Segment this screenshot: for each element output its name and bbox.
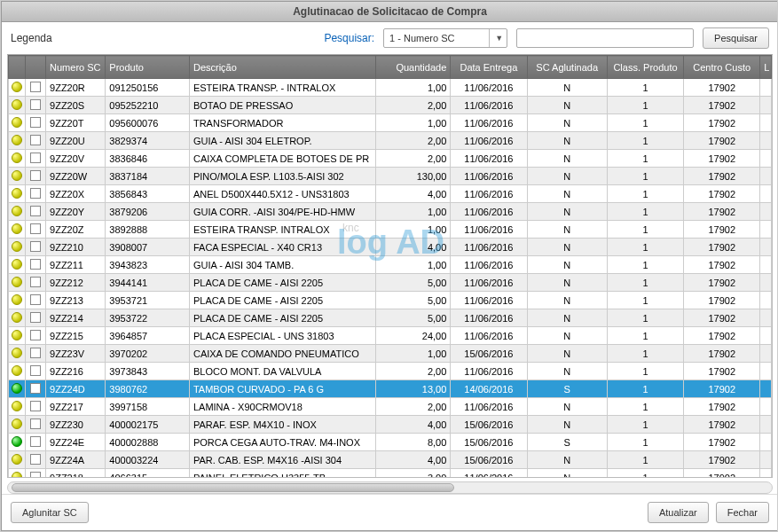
cell[interactable] — [25, 363, 45, 380]
row-checkbox[interactable] — [30, 259, 41, 270]
cell: 9ZZ214 — [46, 309, 106, 327]
status-dot-icon — [12, 259, 22, 270]
cell[interactable] — [25, 345, 45, 363]
row-checkbox[interactable] — [30, 348, 41, 358]
cell[interactable] — [25, 256, 45, 274]
table-row[interactable]: 9ZZ2113943823GUIA - AISI 304 TAMB.1,0011… — [9, 256, 772, 274]
row-checkbox[interactable] — [30, 117, 41, 128]
column-header[interactable]: Centro Custo — [684, 56, 760, 79]
table-row[interactable]: 9ZZ20X3856843ANEL D500X440.5X12 - UNS318… — [9, 185, 772, 203]
table-row[interactable]: 9ZZ2143953722PLACA DE CAME - AISI 22055,… — [9, 309, 772, 327]
cell[interactable] — [25, 398, 45, 416]
row-checkbox[interactable] — [30, 330, 41, 340]
table-row[interactable]: 9ZZ2163973843BLOCO MONT. DA VALVULA2,001… — [9, 363, 772, 380]
column-header[interactable]: Quantidade — [376, 56, 451, 79]
table-row[interactable]: 9ZZ24D3980762TAMBOR CURVADO - PA 6 G13,0… — [9, 380, 772, 398]
table-row[interactable]: 9ZZ2133953721PLACA DE CAME - AISI 22055,… — [9, 292, 772, 309]
horizontal-scrollbar[interactable] — [7, 481, 773, 494]
table-row[interactable]: 9ZZ230400002175PARAF. ESP. M4X10 - INOX4… — [9, 416, 772, 434]
table-row[interactable]: 9ZZ2184066315PAINEL ELETRICO H3355-TB3,0… — [9, 469, 772, 479]
cell[interactable] — [25, 132, 45, 150]
fechar-button[interactable]: Fechar — [716, 502, 769, 523]
row-checkbox[interactable] — [30, 472, 41, 479]
table-row[interactable]: 9ZZ2173997158LAMINA - X90CRMOV182,0011/0… — [9, 398, 772, 416]
cell[interactable] — [25, 292, 45, 309]
row-checkbox[interactable] — [30, 454, 41, 465]
table-row[interactable]: 9ZZ20S095252210BOTAO DE PRESSAO2,0011/06… — [9, 97, 772, 114]
table-row[interactable]: 9ZZ20W3837184PINO/MOLA ESP. L103.5-AISI … — [9, 168, 772, 185]
row-checkbox[interactable] — [30, 223, 41, 234]
cell — [760, 363, 772, 380]
cell: N — [527, 132, 607, 150]
row-checkbox[interactable] — [30, 294, 41, 305]
table-row[interactable]: 9ZZ20T095600076TRANSFORMADOR1,0011/06/20… — [9, 114, 772, 132]
cell[interactable] — [25, 309, 45, 327]
column-header[interactable] — [9, 56, 26, 79]
row-checkbox[interactable] — [30, 419, 41, 429]
cell[interactable] — [25, 327, 45, 345]
row-checkbox[interactable] — [30, 170, 41, 181]
row-checkbox[interactable] — [30, 99, 41, 110]
cell[interactable] — [25, 434, 45, 451]
cell: BLOCO MONT. DA VALVULA — [189, 363, 375, 380]
cell[interactable] — [25, 239, 45, 256]
cell[interactable] — [25, 451, 45, 469]
cell[interactable] — [25, 380, 45, 398]
column-header[interactable]: Numero SC — [46, 56, 106, 79]
row-checkbox[interactable] — [30, 135, 41, 145]
cell: N — [527, 416, 607, 434]
row-checkbox[interactable] — [30, 436, 41, 447]
column-header[interactable]: Class. Produto — [607, 56, 683, 79]
table-row[interactable]: 9ZZ2123944141PLACA DE CAME - AISI 22055,… — [9, 274, 772, 292]
cell[interactable] — [25, 114, 45, 132]
cell[interactable] — [25, 79, 45, 97]
table-row[interactable]: 9ZZ2153964857PLACA ESPECIAL - UNS 318032… — [9, 327, 772, 345]
table-row[interactable]: 9ZZ20U3829374GUIA - AISI 304 ELETROP.2,0… — [9, 132, 772, 150]
cell[interactable] — [25, 274, 45, 292]
table-row[interactable]: 9ZZ20V3836846CAIXA COMPLETA DE BOTOES DE… — [9, 150, 772, 168]
column-header[interactable]: SC Aglutinada — [527, 56, 607, 79]
cell: 1,00 — [376, 345, 451, 363]
cell: 3953721 — [106, 292, 190, 309]
column-header[interactable]: Descrição — [189, 56, 375, 79]
row-checkbox[interactable] — [30, 401, 41, 411]
cell[interactable] — [25, 97, 45, 114]
column-header[interactable]: Data Entrega — [451, 56, 527, 79]
cell[interactable] — [25, 469, 45, 479]
row-checkbox[interactable] — [30, 365, 41, 376]
column-header[interactable]: Produto — [106, 56, 190, 79]
cell: 4,00 — [376, 416, 451, 434]
table-scroll[interactable]: Numero SCProdutoDescriçãoQuantidadeData … — [7, 55, 773, 478]
cell[interactable] — [25, 168, 45, 185]
atualizar-button[interactable]: Atualizar — [648, 502, 709, 523]
table-row[interactable]: 9ZZ24E400002888PORCA CEGA AUTO-TRAV. M4-… — [9, 434, 772, 451]
table-row[interactable]: 9ZZ20Y3879206GUIA CORR. -AISI 304/PE-HD-… — [9, 203, 772, 221]
search-button[interactable]: Pesquisar — [703, 27, 769, 49]
cell[interactable] — [25, 221, 45, 239]
search-type-select[interactable]: 1 - Numero SC ▼ — [383, 28, 507, 48]
row-checkbox[interactable] — [30, 153, 41, 163]
table-row[interactable]: 9ZZ20Z3892888ESTEIRA TRANSP. INTRALOX1,0… — [9, 221, 772, 239]
column-header[interactable]: L — [760, 56, 772, 79]
aglunitar-button[interactable]: Aglunitar SC — [11, 502, 89, 523]
cell: N — [527, 292, 607, 309]
search-input[interactable] — [516, 28, 694, 48]
row-checkbox[interactable] — [30, 383, 41, 394]
cell[interactable] — [25, 185, 45, 203]
table-row[interactable]: 9ZZ23V3970202CAIXA DE COMANDO PNEUMATICO… — [9, 345, 772, 363]
table-row[interactable]: 9ZZ2103908007FACA ESPECIAL - X40 CR134,0… — [9, 239, 772, 256]
row-checkbox[interactable] — [30, 206, 41, 216]
row-checkbox[interactable] — [30, 82, 41, 92]
table-row[interactable]: 9ZZ20R091250156ESTEIRA TRANSP. - INTRALO… — [9, 79, 772, 97]
cell — [9, 185, 26, 203]
cell[interactable] — [25, 416, 45, 434]
row-checkbox[interactable] — [30, 277, 41, 287]
row-checkbox[interactable] — [30, 188, 41, 199]
row-checkbox[interactable] — [30, 241, 41, 252]
cell[interactable] — [25, 150, 45, 168]
cell[interactable] — [25, 203, 45, 221]
table-row[interactable]: 9ZZ24A400003224PAR. CAB. ESP. M4X16 -AIS… — [9, 451, 772, 469]
scrollbar-thumb[interactable] — [12, 483, 454, 492]
column-header[interactable] — [25, 56, 45, 79]
row-checkbox[interactable] — [30, 312, 41, 323]
